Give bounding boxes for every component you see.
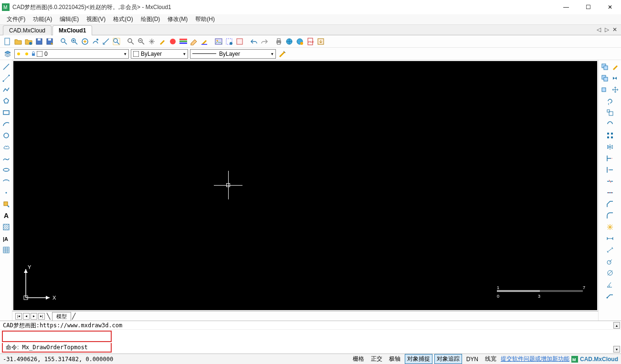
lineweight-icon[interactable] [278, 49, 287, 59]
model-tab[interactable]: 模型 [52, 312, 71, 321]
zoom-prev-icon[interactable] [126, 37, 136, 46]
circle-icon[interactable] [1, 131, 11, 140]
drawing-canvas[interactable]: Y X 1 7 0 3 [13, 61, 597, 310]
color-dropdown[interactable]: ByLayer ▾ [131, 49, 188, 59]
layers-icon[interactable] [179, 37, 188, 46]
explode-icon[interactable] [605, 222, 615, 232]
zoom-extents-icon[interactable] [80, 37, 90, 46]
dim-aligned-icon[interactable] [605, 245, 615, 255]
color-icon[interactable] [168, 37, 178, 46]
block-insert-icon[interactable] [1, 199, 11, 209]
zoom-realtime-icon[interactable] [91, 37, 100, 46]
line-icon[interactable] [1, 62, 11, 72]
polygon-icon[interactable] [1, 96, 11, 106]
close-button[interactable]: ✕ [599, 0, 621, 14]
menu-file[interactable]: 文件(F) [3, 14, 29, 24]
command-input[interactable] [22, 344, 108, 351]
status-otrack[interactable]: 对象追踪 [434, 354, 462, 364]
status-ortho[interactable]: 正交 [368, 354, 385, 364]
dim-angular-icon[interactable] [605, 280, 615, 289]
brush-icon[interactable] [158, 37, 167, 46]
tab-cad-mxcloud[interactable]: CAD.MxCloud [3, 25, 52, 35]
status-osnap[interactable]: 对象捕捉 [405, 354, 432, 364]
chamfer-icon[interactable] [605, 199, 615, 209]
menu-format[interactable]: 格式(O) [109, 14, 137, 24]
fillet-icon[interactable] [605, 211, 615, 220]
menu-help[interactable]: 帮助(H) [191, 14, 219, 24]
menu-draw[interactable]: 绘图(D) [137, 14, 164, 24]
rotate-icon[interactable] [605, 96, 615, 106]
highlight-icon[interactable] [200, 37, 209, 46]
menu-modify[interactable]: 修改(M) [164, 14, 191, 24]
status-grid[interactable]: 栅格 [350, 354, 367, 364]
pdf-icon[interactable]: PDF [305, 37, 315, 46]
arc-icon[interactable] [1, 119, 11, 129]
join-icon[interactable] [605, 188, 615, 198]
move-icon[interactable] [610, 85, 620, 94]
open2-icon[interactable] [24, 37, 33, 46]
tab-nav-buttons[interactable]: ◁ ▷ ✕ [597, 26, 618, 33]
linetype-dropdown[interactable]: ByLayer ▾ [190, 49, 276, 59]
saveas-icon[interactable] [45, 37, 54, 46]
save-icon[interactable] [34, 37, 44, 46]
zoom-in-icon[interactable] [70, 37, 79, 46]
dim-radius-icon[interactable] [605, 257, 615, 266]
status-polar[interactable]: 极轴 [387, 354, 403, 364]
menu-edit[interactable]: 编辑(E) [56, 14, 83, 24]
globe2-icon[interactable] [295, 37, 305, 46]
minimize-button[interactable]: — [555, 0, 577, 14]
tab-mxcloud1[interactable]: MxCloud1 [53, 25, 92, 35]
erase-icon[interactable] [189, 37, 199, 46]
measure-icon[interactable] [101, 37, 111, 46]
trim-icon[interactable] [605, 154, 615, 163]
tab-last-icon[interactable]: ▸| [38, 313, 45, 320]
zoom-out-icon[interactable] [137, 37, 146, 46]
tab-prev-icon[interactable]: ◂ [23, 313, 30, 320]
redo-icon[interactable] [260, 37, 269, 46]
menu-view[interactable]: 视图(V) [83, 14, 109, 24]
offset-icon[interactable] [600, 85, 610, 94]
undo-icon[interactable] [249, 37, 259, 46]
dim-linear-icon[interactable] [605, 234, 615, 243]
mtext-icon[interactable]: |A [1, 234, 11, 243]
layer-manager-icon[interactable] [3, 49, 12, 59]
leader-icon[interactable] [605, 291, 615, 301]
select2-icon[interactable] [235, 37, 244, 46]
tab-first-icon[interactable]: |◂ [15, 313, 22, 320]
hatch-icon[interactable] [1, 222, 11, 232]
command-line[interactable]: 命令: [2, 343, 112, 353]
table-icon[interactable] [1, 245, 11, 255]
spline-icon[interactable] [1, 154, 11, 163]
ellipse-arc-icon[interactable] [1, 177, 11, 186]
print-icon[interactable] [274, 37, 284, 46]
image-icon[interactable] [214, 37, 223, 46]
scale-icon[interactable] [605, 108, 615, 117]
status-dyn[interactable]: DYN [464, 355, 481, 364]
mirror-icon[interactable] [610, 73, 620, 83]
extend-icon[interactable] [605, 165, 615, 175]
break-icon[interactable] [605, 177, 615, 186]
ellipse-icon[interactable] [1, 165, 11, 175]
point-icon[interactable] [1, 188, 11, 198]
erase2-icon[interactable] [610, 62, 620, 72]
select-icon[interactable] [224, 37, 234, 46]
text-icon[interactable]: A [1, 211, 11, 220]
tab-next-icon[interactable]: ▸ [31, 313, 37, 320]
maximize-button[interactable]: ☐ [577, 0, 599, 14]
stretch-icon[interactable] [605, 119, 615, 129]
export-icon[interactable] [316, 37, 326, 46]
copy-icon[interactable] [600, 62, 610, 72]
zoom-window-icon[interactable] [59, 37, 69, 46]
mirror2-icon[interactable] [605, 142, 615, 152]
array-icon[interactable] [605, 131, 615, 140]
status-lwt[interactable]: 线宽 [483, 354, 499, 364]
scroll-down-icon[interactable]: ▾ [613, 346, 620, 353]
menu-function[interactable]: 功能(A) [29, 14, 56, 24]
dim-diameter-icon[interactable] [605, 268, 615, 278]
polyline-icon[interactable] [1, 85, 11, 94]
copy2-icon[interactable] [600, 73, 610, 83]
xline-icon[interactable] [1, 73, 11, 83]
feedback-link[interactable]: 提交软件问题或增加新功能 [501, 355, 569, 363]
pan-icon[interactable] [147, 37, 157, 46]
layer-dropdown[interactable]: 0 ▾ [14, 49, 129, 59]
